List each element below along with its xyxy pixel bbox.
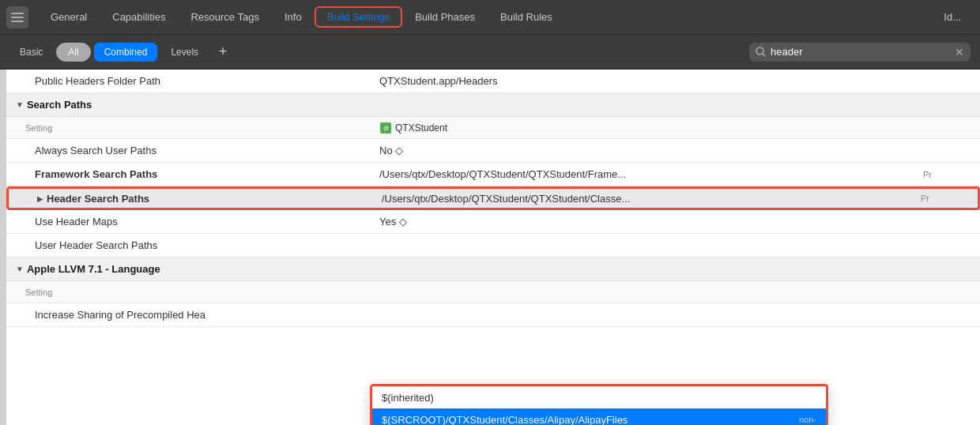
- framework-search-extra: Pr: [917, 167, 980, 182]
- search-paths-section[interactable]: ▼ Search Paths: [6, 93, 980, 117]
- svg-text:⚙: ⚙: [383, 125, 389, 132]
- increase-sharing-value: [370, 312, 980, 318]
- header-search-chevron: ▶: [37, 194, 43, 203]
- public-headers-value: QTXStudent.app/Headers: [370, 72, 980, 90]
- user-header-row: User Header Search Paths $(inherited) $(…: [6, 234, 980, 258]
- levels-button[interactable]: Levels: [160, 43, 209, 62]
- apple-llvm-chevron: ▼: [16, 265, 24, 273]
- header-search-label-text: Header Search Paths: [47, 193, 149, 205]
- tab-ide[interactable]: Id...: [931, 6, 974, 28]
- tab-resource-tags[interactable]: Resource Tags: [178, 6, 271, 28]
- all-button[interactable]: All: [56, 43, 90, 62]
- tab-general[interactable]: General: [38, 6, 100, 28]
- use-header-maps-label: Use Header Maps: [6, 212, 370, 231]
- tab-build-phases[interactable]: Build Phases: [402, 6, 488, 28]
- main-content: Public Headers Folder Path QTXStudent.ap…: [0, 70, 980, 425]
- dropdown-inherited-label: $(inherited): [382, 392, 816, 404]
- dropdown-popup: $(inherited) $(SRCROOT)/QTXStudent/Class…: [370, 384, 828, 425]
- tab-capabilities[interactable]: Capabilities: [100, 6, 178, 28]
- add-button[interactable]: +: [212, 41, 234, 63]
- always-search-label: Always Search User Paths: [6, 141, 370, 160]
- apple-llvm-title: Apple LLVM 7.1 - Language: [27, 263, 160, 275]
- increase-sharing-label: Increase Sharing of Precompiled Hea: [6, 306, 370, 324]
- dropdown-srcroot-extra: non-: [799, 415, 816, 424]
- apple-llvm-section[interactable]: ▼ Apple LLVM 7.1 - Language: [6, 258, 980, 281]
- header-search-value: /Users/qtx/Desktop/QTXStudent/QTXStudent…: [372, 190, 914, 208]
- always-search-value: No ◇: [370, 141, 980, 160]
- settings-area: Public Headers Folder Path QTXStudent.ap…: [6, 70, 980, 425]
- toolbar: Basic All Combined Levels + ✕: [0, 35, 980, 70]
- increase-sharing-row: Increase Sharing of Precompiled Hea: [6, 303, 980, 327]
- sidebar-toggle-icon: [11, 13, 24, 22]
- public-headers-label: Public Headers Folder Path: [6, 72, 370, 90]
- search-icon: [756, 47, 766, 57]
- tab-build-settings[interactable]: Build Settings: [315, 6, 403, 28]
- sidebar-toggle-button[interactable]: [6, 6, 28, 28]
- header-search-label: ▶ Header Search Paths: [9, 190, 372, 208]
- target-icon: ⚙: [379, 122, 392, 134]
- user-header-value: [370, 243, 980, 249]
- use-header-maps-value: Yes ◇: [370, 212, 980, 231]
- tab-bar: General Capabilities Resource Tags Info …: [0, 0, 980, 35]
- column-header-row-2: Setting: [6, 281, 980, 303]
- search-box: ✕: [749, 43, 971, 62]
- resize-handle[interactable]: [0, 70, 6, 425]
- header-search-row[interactable]: ▶ Header Search Paths /Users/qtx/Desktop…: [6, 186, 980, 210]
- search-paths-title: Search Paths: [27, 99, 92, 111]
- dropdown-inherited-row[interactable]: $(inherited): [372, 386, 826, 408]
- search-input[interactable]: [771, 46, 950, 58]
- header-search-extra: Pr: [914, 190, 978, 206]
- user-header-label: User Header Search Paths: [6, 236, 370, 254]
- search-clear-button[interactable]: ✕: [955, 46, 964, 58]
- svg-line-1: [763, 54, 765, 56]
- framework-search-label: Framework Search Paths: [6, 165, 370, 183]
- dropdown-srcroot-row[interactable]: $(SRCROOT)/QTXStudent/Classes/Alipay/Ali…: [372, 408, 826, 425]
- tab-build-rules[interactable]: Build Rules: [488, 6, 565, 28]
- combined-button[interactable]: Combined: [94, 43, 158, 62]
- always-search-row: Always Search User Paths No ◇: [6, 139, 980, 163]
- use-header-maps-row: Use Header Maps Yes ◇: [6, 210, 980, 234]
- search-paths-chevron: ▼: [16, 100, 24, 109]
- basic-button[interactable]: Basic: [9, 43, 53, 62]
- col-setting-header: Setting: [6, 120, 370, 136]
- tab-info[interactable]: Info: [272, 6, 315, 28]
- framework-search-row: Framework Search Paths /Users/qtx/Deskto…: [6, 163, 980, 186]
- dropdown-srcroot-label: $(SRCROOT)/QTXStudent/Classes/Alipay/Ali…: [382, 414, 799, 426]
- col-target-header: ⚙ QTXStudent: [370, 118, 980, 137]
- col-target-label: QTXStudent: [395, 122, 447, 134]
- column-header-row: Setting ⚙ QTXStudent: [6, 117, 980, 139]
- col-setting-header-2: Setting: [6, 284, 370, 300]
- public-headers-row: Public Headers Folder Path QTXStudent.ap…: [6, 70, 980, 93]
- framework-search-value: /Users/qtx/Desktop/QTXStudent/QTXStudent…: [370, 165, 917, 183]
